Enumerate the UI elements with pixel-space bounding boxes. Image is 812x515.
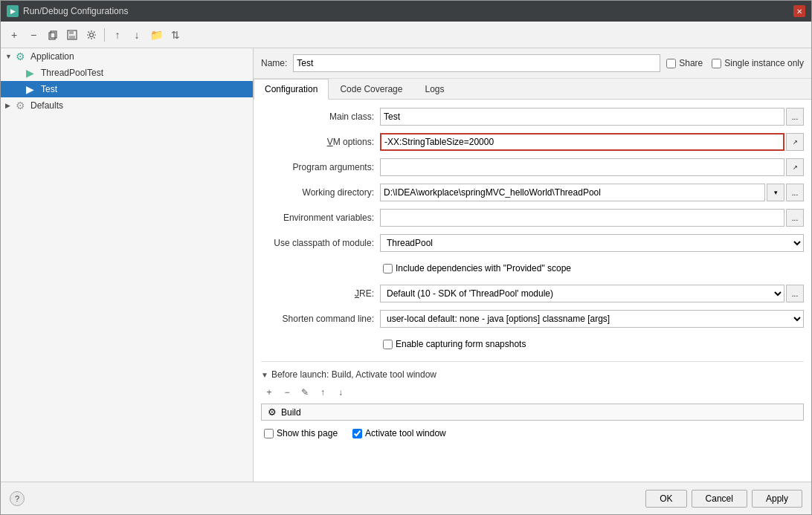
jre-browse-button[interactable]: ... (786, 285, 804, 302)
ok-button[interactable]: OK (645, 490, 686, 508)
close-button[interactable]: ✕ (793, 5, 805, 17)
tree-defaults-label: Defaults (30, 100, 63, 111)
activate-window-checkbox[interactable] (352, 429, 362, 438)
working-dir-input[interactable] (380, 184, 765, 201)
svg-rect-3 (69, 30, 74, 34)
tree-test[interactable]: ▶ Test (1, 81, 253, 97)
before-launch-edit-button[interactable]: ✎ (297, 384, 313, 401)
tree-defaults[interactable]: ▶ ⚙ Defaults (1, 97, 253, 114)
shorten-cmd-label: Shorten command line: (261, 314, 380, 324)
tree-application[interactable]: ▼ ⚙ Application (1, 48, 253, 65)
main-class-input[interactable] (380, 108, 784, 126)
copy-config-button[interactable] (44, 26, 62, 44)
cancel-button[interactable]: Cancel (692, 490, 747, 508)
bottom-checkboxes: Show this page Activate tool window (261, 428, 804, 438)
name-input[interactable] (293, 54, 660, 72)
svg-rect-4 (69, 36, 75, 39)
tree-threadpooltest[interactable]: ▶ ThreadPoolTest (1, 65, 253, 81)
tab-logs[interactable]: Logs (413, 79, 455, 100)
move-up-button[interactable]: ↑ (109, 26, 126, 44)
remove-config-button[interactable]: − (25, 26, 42, 44)
main-content: ▼ ⚙ Application ▶ ThreadPoolTest ▶ Test … (1, 48, 811, 482)
name-label: Name: (261, 58, 287, 68)
tab-configuration[interactable]: Configuration (254, 79, 329, 100)
right-panel: Name: Share Single instance only Configu… (254, 48, 811, 482)
main-class-label: Main class: (261, 111, 380, 122)
main-window: ▶ Run/Debug Configurations ✕ + − ↑ ↓ 📁 ⇅… (0, 0, 812, 515)
working-dir-row: Working directory: ▾ ... (261, 183, 804, 202)
title-bar-left: ▶ Run/Debug Configurations (7, 5, 128, 17)
jre-select-group: Default (10 - SDK of 'ThreadPool' module… (380, 285, 804, 302)
sort-button[interactable]: ⇅ (167, 26, 184, 44)
before-launch-title: Before launch: Build, Activate tool wind… (271, 369, 436, 380)
enable-snapshots-row: Enable capturing form snapshots (261, 334, 804, 354)
before-launch-up-button[interactable]: ↑ (315, 384, 331, 401)
apply-button[interactable]: Apply (752, 490, 802, 508)
program-args-expand-button[interactable]: ↗ (786, 158, 804, 176)
working-dir-label: Working directory: (261, 187, 380, 198)
classpath-select-group: ThreadPool (380, 234, 804, 252)
single-instance-checkbox-row: Single instance only (712, 58, 804, 68)
move-down-button[interactable]: ↓ (128, 26, 146, 44)
program-args-label: Program arguments: (261, 162, 380, 172)
working-dir-browse-button[interactable]: ... (786, 184, 804, 201)
window-title: Run/Debug Configurations (23, 6, 128, 16)
program-args-input[interactable] (380, 158, 784, 176)
activate-window-checkbox-row: Activate tool window (352, 428, 446, 438)
main-class-input-group: ... (380, 108, 804, 126)
before-launch-header: ▼ Before launch: Build, Activate tool wi… (261, 369, 804, 380)
toolbar: + − ↑ ↓ 📁 ⇅ (1, 22, 811, 48)
before-launch-add-button[interactable]: + (261, 384, 277, 401)
working-dir-dropdown-button[interactable]: ▾ (767, 184, 784, 201)
vm-options-expand-button[interactable]: ↗ (786, 133, 804, 151)
tree-arrow-application: ▼ (5, 53, 16, 60)
vm-options-label: VM options: (261, 137, 380, 147)
enable-snapshots-label: Enable capturing form snapshots (396, 339, 526, 349)
env-vars-browse-button[interactable]: ... (786, 209, 804, 227)
classpath-select[interactable]: ThreadPool (380, 234, 804, 252)
settings-button[interactable] (83, 26, 100, 44)
classpath-label: Use classpath of module: (261, 238, 380, 248)
tree-application-label: Application (30, 51, 74, 62)
vm-options-input[interactable] (380, 133, 784, 151)
before-launch-down-button[interactable]: ↓ (332, 384, 349, 401)
save-icon (67, 30, 77, 40)
help-button[interactable]: ? (10, 491, 25, 506)
folder-button[interactable]: 📁 (147, 26, 165, 44)
single-instance-checkbox[interactable] (712, 59, 721, 68)
before-launch-toolbar: + − ✎ ↑ ↓ (261, 384, 804, 401)
config-area: Main class: ... VM options: ↗ (254, 100, 811, 482)
add-config-button[interactable]: + (5, 26, 23, 44)
tree-test-label: Test (41, 84, 57, 94)
name-row: Name: Share Single instance only (254, 48, 811, 79)
before-launch-remove-button[interactable]: − (279, 384, 295, 401)
svg-rect-0 (49, 33, 55, 39)
env-vars-row: Environment variables: ... (261, 208, 804, 227)
tree-threadpooltest-label: ThreadPoolTest (41, 68, 103, 78)
section-separator (261, 361, 804, 362)
tree-arrow-defaults: ▶ (5, 102, 16, 109)
jre-label: JRE: (261, 288, 380, 299)
save-config-button[interactable] (63, 26, 81, 44)
threadpooltest-icon: ▶ (26, 67, 38, 79)
main-class-browse-button[interactable]: ... (786, 108, 804, 126)
enable-snapshots-checkbox[interactable] (383, 340, 393, 349)
show-page-checkbox[interactable] (264, 429, 274, 438)
gear-icon (86, 30, 97, 40)
main-class-row: Main class: ... (261, 107, 804, 126)
footer-left: ? (10, 491, 25, 506)
share-checkbox[interactable] (666, 59, 676, 68)
env-vars-label: Environment variables: (261, 213, 380, 223)
shorten-cmd-select[interactable]: user-local default: none - java [options… (380, 310, 804, 328)
enable-snapshots-checkbox-row: Enable capturing form snapshots (383, 339, 526, 349)
vm-options-input-group: ↗ (380, 133, 804, 151)
classpath-row: Use classpath of module: ThreadPool (261, 233, 804, 253)
tabs-row: Configuration Code Coverage Logs (254, 79, 811, 100)
tab-code-coverage[interactable]: Code Coverage (329, 79, 413, 100)
env-vars-input[interactable] (380, 209, 784, 227)
svg-point-5 (90, 33, 94, 36)
include-deps-checkbox[interactable] (383, 264, 393, 273)
program-args-row: Program arguments: ↗ (261, 158, 804, 177)
jre-select[interactable]: Default (10 - SDK of 'ThreadPool' module… (380, 285, 784, 302)
activate-window-label: Activate tool window (365, 428, 446, 438)
